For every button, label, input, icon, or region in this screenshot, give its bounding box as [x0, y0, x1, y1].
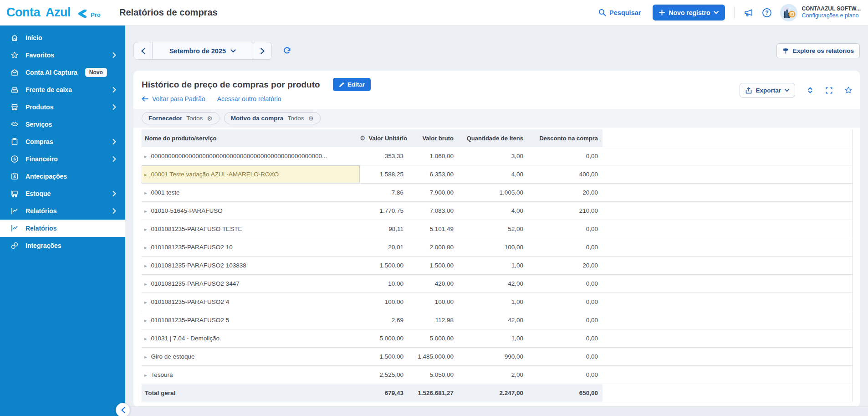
chart-line-icon	[10, 224, 19, 232]
table-row[interactable]: ▸0101081235-PARAFUSO2 4100,00100,001,000…	[142, 293, 853, 311]
gear-icon[interactable]: ⚙	[308, 115, 314, 122]
expand-row-icon[interactable]: ▸	[144, 245, 147, 250]
store-icon	[10, 103, 19, 111]
next-period-button[interactable]	[253, 42, 271, 59]
clipboard-icon	[10, 138, 19, 146]
back-to-default-link[interactable]: Voltar para Padrão	[142, 95, 205, 103]
sidebar-item-antecipacoes[interactable]: $ Antecipações	[0, 168, 125, 185]
filler-cell	[602, 384, 853, 402]
sidebar-item-frente-de-caixa[interactable]: Frente de caixa	[0, 81, 125, 98]
chart-line-icon	[10, 207, 19, 215]
explore-reports-button[interactable]: Explore os relatórios	[776, 43, 860, 58]
product-name-cell[interactable]: ▸Giro de estoque	[142, 348, 360, 366]
expand-row-icon[interactable]: ▸	[144, 318, 147, 323]
horizontal-scrollbar[interactable]	[125, 406, 868, 416]
expand-row-icon[interactable]: ▸	[144, 299, 147, 305]
expand-row-icon[interactable]: ▸	[144, 154, 147, 159]
announcements-button[interactable]	[744, 8, 754, 18]
sidebar-item-integracoes[interactable]: Integrações	[0, 237, 125, 254]
search-button[interactable]: Pesquisar	[598, 9, 641, 16]
column-header-quantidade[interactable]: Quantidade de itens	[458, 129, 528, 147]
product-name-cell[interactable]: ▸0001 teste	[142, 184, 360, 202]
collapse-rows-button[interactable]	[807, 86, 814, 94]
sidebar-item-label: Compras	[26, 138, 53, 145]
product-name-cell[interactable]: ▸0101081235-PARAFUSO2 5	[142, 311, 360, 329]
edit-report-button[interactable]: Editar	[333, 78, 371, 91]
gear-icon[interactable]: ⚙	[360, 134, 366, 142]
account-menu[interactable]: CONTAAZUL SOFTW... Configurações e plano	[802, 5, 861, 20]
table-row[interactable]: ▸0001 teste7,867.900,001.005,0020,00	[142, 184, 853, 202]
product-name-cell[interactable]: ▸0101081235-PARAFUSO2 3447	[142, 275, 360, 293]
table-row[interactable]: ▸0101081235-PARAFUSO TESTE98,115.101,495…	[142, 220, 853, 238]
gross-value-cell: 1.485.000,00	[408, 348, 458, 366]
sidebar-item-compras[interactable]: Compras	[0, 133, 125, 150]
sidebar-collapse-button[interactable]	[116, 403, 130, 416]
new-record-button[interactable]: Novo registro	[653, 5, 725, 21]
expand-row-icon[interactable]: ▸	[144, 281, 147, 287]
table-row[interactable]: ▸000000000000000000000000000000000000000…	[142, 147, 853, 165]
sidebar-item-relatorios-active[interactable]: Relatórios	[0, 220, 125, 237]
product-name-cell[interactable]: ▸0101081235-PARAFUSO2 4	[142, 293, 360, 311]
product-name-cell[interactable]: ▸01031 | 7.04 - Demolição.	[142, 329, 360, 348]
access-other-report-link[interactable]: Acessar outro relatório	[217, 95, 281, 103]
avatar[interactable]	[780, 4, 797, 21]
sidebar-item-conta-ai-captura[interactable]: Conta AI Captura Novo	[0, 64, 125, 81]
export-button[interactable]: Exportar	[740, 83, 795, 98]
product-name-cell[interactable]: ▸Tesoura	[142, 366, 360, 384]
favorite-report-button[interactable]	[844, 86, 853, 94]
account-settings-link[interactable]: Configurações e plano	[802, 12, 861, 20]
table-row[interactable]: ▸01010-51645-PARAFUSO1.770,757.083,004,0…	[142, 202, 853, 220]
gear-icon[interactable]: ⚙	[207, 115, 213, 122]
sidebar-item-estoque[interactable]: Estoque	[0, 185, 125, 202]
table-row[interactable]: ▸0101081235-PARAFUSO2 1020,012.000,80100…	[142, 238, 853, 257]
product-name-cell[interactable]: ▸01010-51645-PARAFUSO	[142, 202, 360, 220]
expand-row-icon[interactable]: ▸	[144, 263, 147, 268]
sidebar-item-relatorios[interactable]: Relatórios	[0, 202, 125, 220]
contaazul-logo[interactable]: Conta Azul Pro	[6, 6, 119, 19]
refresh-button[interactable]	[283, 46, 291, 55]
export-icon	[745, 87, 752, 94]
product-name-cell[interactable]: ▸000000000000000000000000000000000000000…	[142, 147, 360, 165]
gross-value-cell: 100,00	[408, 293, 458, 311]
table-row[interactable]: ▸0101081235-PARAFUSO2 1038381.500,001.50…	[142, 257, 853, 275]
table-row[interactable]: ▸Tesoura2.525,005.050,002,000,00	[142, 366, 853, 384]
sidebar-item-label: Início	[26, 34, 42, 41]
fullscreen-button[interactable]	[825, 87, 833, 94]
help-button[interactable]: ?	[762, 8, 772, 18]
expand-row-icon[interactable]: ▸	[144, 226, 147, 232]
column-header-valor-unitario[interactable]: ⚙Valor Unitário	[360, 129, 408, 147]
gross-value-cell: 7.083,00	[408, 202, 458, 220]
quantity-cell: 3,00	[458, 147, 528, 165]
sidebar-item-servicos[interactable]: Serviços	[0, 116, 125, 133]
filter-chip-fornecedor[interactable]: Fornecedor Todos ⚙	[142, 112, 220, 124]
product-name-cell[interactable]: ▸0101081235-PARAFUSO2 103838	[142, 257, 360, 275]
expand-row-icon[interactable]: ▸	[144, 208, 147, 214]
column-header-valor-bruto[interactable]: Valor bruto	[408, 129, 458, 147]
previous-period-button[interactable]	[134, 42, 153, 59]
sidebar-item-favoritos[interactable]: Favoritos	[0, 46, 125, 64]
expand-row-icon[interactable]: ▸	[144, 354, 147, 360]
column-header-nome[interactable]: Nome do produto/serviço	[142, 129, 360, 147]
period-selector[interactable]: Setembro de 2025	[153, 42, 253, 59]
product-name-cell[interactable]: ▸0101081235-PARAFUSO TESTE	[142, 220, 360, 238]
expand-row-icon[interactable]: ▸	[144, 190, 147, 195]
new-record-label: Novo registro	[669, 9, 710, 16]
quantity-cell: 1,00	[458, 293, 528, 311]
sidebar-item-financeiro[interactable]: $ Financeiro	[0, 150, 125, 168]
product-name-cell[interactable]: ▸0101081235-PARAFUSO2 10	[142, 238, 360, 257]
sidebar-item-produtos[interactable]: Produtos	[0, 98, 125, 116]
expand-row-icon[interactable]: ▸	[144, 172, 147, 177]
expand-row-icon[interactable]: ▸	[144, 336, 147, 341]
table-row[interactable]: ▸00001 Teste variação AZUL-AMARELO-ROXO1…	[142, 165, 853, 184]
table-row[interactable]: ▸01031 | 7.04 - Demolição.5.000,005.000,…	[142, 329, 853, 348]
table-row[interactable]: ▸0101081235-PARAFUSO2 344710,00420,0042,…	[142, 275, 853, 293]
discount-cell: 210,00	[528, 202, 602, 220]
expand-row-icon[interactable]: ▸	[144, 372, 147, 378]
table-row[interactable]: ▸0101081235-PARAFUSO2 52,69112,9842,000,…	[142, 311, 853, 329]
account-name: CONTAAZUL SOFTW...	[802, 5, 861, 12]
filter-chip-motivo-da-compra[interactable]: Motivo da compra Todos ⚙	[224, 112, 321, 124]
product-name-cell[interactable]: ▸00001 Teste variação AZUL-AMARELO-ROXO	[142, 165, 360, 184]
table-row[interactable]: ▸Giro de estoque1.500,001.485.000,00990,…	[142, 348, 853, 366]
column-header-desconto[interactable]: Desconto na compra	[528, 129, 602, 147]
sidebar-item-inicio[interactable]: Início	[0, 29, 125, 46]
